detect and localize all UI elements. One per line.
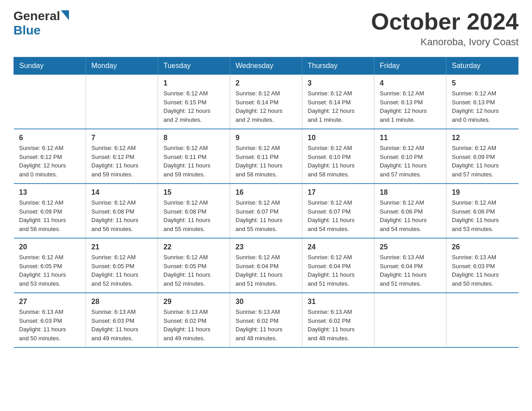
day-info: Sunrise: 6:12 AM Sunset: 6:05 PM Dayligh… xyxy=(163,253,224,288)
day-number: 31 xyxy=(308,298,369,306)
calendar-cell: 12Sunrise: 6:12 AM Sunset: 6:09 PM Dayli… xyxy=(446,129,519,184)
day-number: 2 xyxy=(236,79,296,87)
calendar-cell: 1Sunrise: 6:12 AM Sunset: 6:15 PM Daylig… xyxy=(158,75,230,129)
day-info: Sunrise: 6:12 AM Sunset: 6:07 PM Dayligh… xyxy=(308,198,369,233)
day-number: 8 xyxy=(163,134,224,142)
day-info: Sunrise: 6:12 AM Sunset: 6:08 PM Dayligh… xyxy=(91,198,152,233)
page-header: General Blue October 2024 Kanoroba, Ivor… xyxy=(13,9,519,48)
calendar-cell: 26Sunrise: 6:13 AM Sunset: 6:03 PM Dayli… xyxy=(446,238,519,293)
calendar-cell: 2Sunrise: 6:12 AM Sunset: 6:14 PM Daylig… xyxy=(230,75,302,129)
day-info: Sunrise: 6:12 AM Sunset: 6:11 PM Dayligh… xyxy=(163,144,224,179)
calendar-body: 1Sunrise: 6:12 AM Sunset: 6:15 PM Daylig… xyxy=(14,75,519,348)
calendar-cell: 30Sunrise: 6:13 AM Sunset: 6:02 PM Dayli… xyxy=(230,293,302,347)
logo-blue-text: Blue xyxy=(13,23,41,37)
day-number: 29 xyxy=(163,298,224,306)
calendar-cell: 25Sunrise: 6:13 AM Sunset: 6:04 PM Dayli… xyxy=(374,238,446,293)
calendar-cell xyxy=(374,293,446,347)
calendar-cell: 24Sunrise: 6:12 AM Sunset: 6:04 PM Dayli… xyxy=(302,238,374,293)
day-number: 11 xyxy=(380,134,441,142)
day-info: Sunrise: 6:13 AM Sunset: 6:02 PM Dayligh… xyxy=(236,308,296,342)
calendar-week-row: 20Sunrise: 6:12 AM Sunset: 6:05 PM Dayli… xyxy=(14,238,519,293)
logo: General Blue xyxy=(13,9,69,38)
day-number: 14 xyxy=(91,188,152,197)
header-row: Sunday Monday Tuesday Wednesday Thursday… xyxy=(14,57,519,75)
calendar-cell: 18Sunrise: 6:12 AM Sunset: 6:06 PM Dayli… xyxy=(374,184,446,238)
calendar-title: October 2024 xyxy=(371,9,519,34)
calendar-cell: 11Sunrise: 6:12 AM Sunset: 6:10 PM Dayli… xyxy=(374,129,446,184)
header-wednesday: Wednesday xyxy=(230,57,302,75)
day-number: 10 xyxy=(308,134,369,142)
day-number: 28 xyxy=(91,298,152,306)
calendar-cell: 31Sunrise: 6:13 AM Sunset: 6:02 PM Dayli… xyxy=(302,293,374,347)
calendar-cell: 14Sunrise: 6:12 AM Sunset: 6:08 PM Dayli… xyxy=(86,184,158,238)
day-number: 25 xyxy=(380,243,441,251)
day-number: 6 xyxy=(19,134,81,142)
day-info: Sunrise: 6:12 AM Sunset: 6:13 PM Dayligh… xyxy=(380,89,441,124)
day-info: Sunrise: 6:12 AM Sunset: 6:14 PM Dayligh… xyxy=(236,89,296,124)
svg-marker-0 xyxy=(61,10,69,20)
day-info: Sunrise: 6:12 AM Sunset: 6:10 PM Dayligh… xyxy=(308,144,369,179)
calendar-week-row: 6Sunrise: 6:12 AM Sunset: 6:12 PM Daylig… xyxy=(14,129,519,184)
header-saturday: Saturday xyxy=(446,57,519,75)
calendar-cell: 3Sunrise: 6:12 AM Sunset: 6:14 PM Daylig… xyxy=(302,75,374,129)
calendar-header: Sunday Monday Tuesday Wednesday Thursday… xyxy=(14,57,519,75)
calendar-cell: 13Sunrise: 6:12 AM Sunset: 6:09 PM Dayli… xyxy=(14,184,86,238)
day-number: 9 xyxy=(236,134,296,142)
header-friday: Friday xyxy=(374,57,446,75)
day-info: Sunrise: 6:12 AM Sunset: 6:05 PM Dayligh… xyxy=(19,253,81,288)
calendar-cell: 8Sunrise: 6:12 AM Sunset: 6:11 PM Daylig… xyxy=(158,129,230,184)
header-thursday: Thursday xyxy=(302,57,374,75)
calendar-cell: 19Sunrise: 6:12 AM Sunset: 6:06 PM Dayli… xyxy=(446,184,519,238)
calendar-cell: 10Sunrise: 6:12 AM Sunset: 6:10 PM Dayli… xyxy=(302,129,374,184)
day-info: Sunrise: 6:12 AM Sunset: 6:09 PM Dayligh… xyxy=(452,144,513,179)
day-number: 18 xyxy=(380,188,441,197)
day-info: Sunrise: 6:12 AM Sunset: 6:05 PM Dayligh… xyxy=(91,253,152,288)
day-info: Sunrise: 6:12 AM Sunset: 6:11 PM Dayligh… xyxy=(236,144,296,179)
day-number: 19 xyxy=(452,188,513,197)
calendar-week-row: 27Sunrise: 6:13 AM Sunset: 6:03 PM Dayli… xyxy=(14,293,519,347)
header-sunday: Sunday xyxy=(14,57,86,75)
day-info: Sunrise: 6:12 AM Sunset: 6:06 PM Dayligh… xyxy=(380,198,441,233)
day-number: 20 xyxy=(19,243,81,251)
day-number: 1 xyxy=(163,79,224,87)
day-info: Sunrise: 6:12 AM Sunset: 6:13 PM Dayligh… xyxy=(452,89,513,124)
calendar-cell: 5Sunrise: 6:12 AM Sunset: 6:13 PM Daylig… xyxy=(446,75,519,129)
day-number: 22 xyxy=(163,243,224,251)
day-info: Sunrise: 6:13 AM Sunset: 6:03 PM Dayligh… xyxy=(452,253,513,288)
calendar-cell xyxy=(14,75,86,129)
calendar-week-row: 13Sunrise: 6:12 AM Sunset: 6:09 PM Dayli… xyxy=(14,184,519,238)
calendar-cell: 27Sunrise: 6:13 AM Sunset: 6:03 PM Dayli… xyxy=(14,293,86,347)
day-info: Sunrise: 6:12 AM Sunset: 6:04 PM Dayligh… xyxy=(236,253,296,288)
calendar-cell: 7Sunrise: 6:12 AM Sunset: 6:12 PM Daylig… xyxy=(86,129,158,184)
calendar-cell: 6Sunrise: 6:12 AM Sunset: 6:12 PM Daylig… xyxy=(14,129,86,184)
day-info: Sunrise: 6:13 AM Sunset: 6:03 PM Dayligh… xyxy=(19,308,81,342)
day-info: Sunrise: 6:13 AM Sunset: 6:02 PM Dayligh… xyxy=(163,308,224,342)
day-number: 17 xyxy=(308,188,369,197)
calendar-cell: 4Sunrise: 6:12 AM Sunset: 6:13 PM Daylig… xyxy=(374,75,446,129)
day-number: 4 xyxy=(380,79,441,87)
logo-general-text: General xyxy=(13,9,60,23)
day-info: Sunrise: 6:12 AM Sunset: 6:08 PM Dayligh… xyxy=(163,198,224,233)
day-number: 30 xyxy=(236,298,296,306)
day-info: Sunrise: 6:12 AM Sunset: 6:14 PM Dayligh… xyxy=(308,89,369,124)
calendar-cell: 20Sunrise: 6:12 AM Sunset: 6:05 PM Dayli… xyxy=(14,238,86,293)
day-number: 15 xyxy=(163,188,224,197)
day-info: Sunrise: 6:12 AM Sunset: 6:12 PM Dayligh… xyxy=(91,144,152,179)
day-number: 24 xyxy=(308,243,369,251)
day-info: Sunrise: 6:12 AM Sunset: 6:10 PM Dayligh… xyxy=(380,144,441,179)
title-section: October 2024 Kanoroba, Ivory Coast xyxy=(371,9,519,48)
day-number: 5 xyxy=(452,79,513,87)
day-number: 21 xyxy=(91,243,152,251)
day-number: 16 xyxy=(236,188,296,197)
header-tuesday: Tuesday xyxy=(158,57,230,75)
day-number: 3 xyxy=(308,79,369,87)
logo-triangle-icon xyxy=(61,10,69,20)
day-info: Sunrise: 6:12 AM Sunset: 6:12 PM Dayligh… xyxy=(19,144,81,179)
calendar-cell: 9Sunrise: 6:12 AM Sunset: 6:11 PM Daylig… xyxy=(230,129,302,184)
day-info: Sunrise: 6:12 AM Sunset: 6:15 PM Dayligh… xyxy=(163,89,224,124)
calendar-cell: 23Sunrise: 6:12 AM Sunset: 6:04 PM Dayli… xyxy=(230,238,302,293)
calendar-cell: 21Sunrise: 6:12 AM Sunset: 6:05 PM Dayli… xyxy=(86,238,158,293)
day-info: Sunrise: 6:12 AM Sunset: 6:04 PM Dayligh… xyxy=(308,253,369,288)
calendar-cell: 28Sunrise: 6:13 AM Sunset: 6:03 PM Dayli… xyxy=(86,293,158,347)
day-info: Sunrise: 6:12 AM Sunset: 6:09 PM Dayligh… xyxy=(19,198,81,233)
